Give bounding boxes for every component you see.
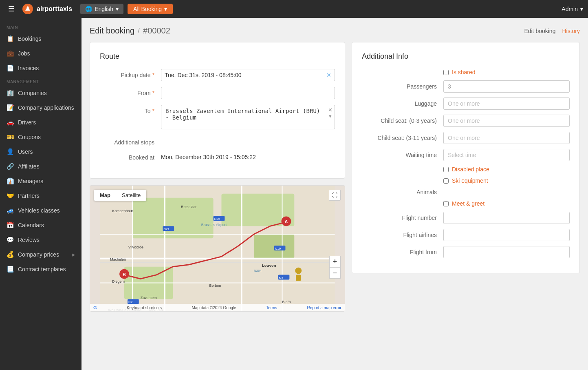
reviews-icon: 💬: [7, 236, 14, 244]
from-label: From *: [100, 87, 161, 96]
breadcrumb-actions: Edit booking History: [524, 28, 580, 34]
svg-text:Bertem: Bertem: [209, 284, 221, 288]
svg-text:Bierb...: Bierb...: [282, 300, 293, 304]
flight-from-label: Flight from: [362, 249, 443, 255]
luggage-row: Luggage: [362, 97, 570, 110]
sidebar-item-calendars[interactable]: 📅 Calendars: [0, 218, 81, 233]
svg-text:Brussels Airport: Brussels Airport: [201, 223, 227, 227]
language-button[interactable]: 🌐 English ▾: [80, 4, 123, 14]
sidebar-item-coupons[interactable]: 🎫 Coupons: [0, 130, 81, 144]
svg-text:N264: N264: [254, 269, 262, 273]
sidebar-item-contract-templates[interactable]: 📃 Contract templates: [0, 262, 81, 277]
waiting-time-value: [443, 149, 570, 161]
sidebar-item-drivers[interactable]: 🚗 Drivers: [0, 115, 81, 130]
route-card: Route Pickup date * ✕ From: [90, 42, 345, 179]
booked-at-label: Booked at: [100, 151, 161, 161]
sidebar-item-company-applications[interactable]: 📝 Company applications: [0, 100, 81, 115]
svg-text:Kampenhout: Kampenhout: [112, 209, 133, 213]
map-zoom-in-button[interactable]: +: [329, 256, 341, 267]
flight-from-value: [443, 246, 570, 258]
logo-text: airporttaxis: [37, 5, 72, 13]
sidebar-bookings-label: Bookings: [18, 35, 42, 42]
sidebar-contract-templates-label: Contract templates: [18, 266, 66, 273]
disabled-place-checkbox[interactable]: [443, 167, 449, 172]
svg-text:Rotselaar: Rotselaar: [181, 205, 196, 209]
booking-label: All Booking: [133, 6, 162, 12]
hamburger-button[interactable]: ☰: [5, 3, 18, 15]
child-seat-3-11-input[interactable]: [443, 132, 570, 144]
sidebar-item-users[interactable]: 👤 Users: [0, 144, 81, 159]
meet-greet-checkbox[interactable]: [443, 201, 449, 206]
sidebar-item-managers[interactable]: 👔 Managers: [0, 174, 81, 188]
map-container: Map Satellite ⛶ + −: [90, 185, 345, 312]
is-shared-checkbox[interactable]: [443, 70, 449, 75]
contract-templates-icon: 📃: [7, 266, 14, 273]
sidebar-item-vehicle-classes[interactable]: 🚙 Vehicles classes: [0, 203, 81, 218]
language-label: English: [95, 6, 113, 12]
to-chevron-icon[interactable]: ▾: [328, 113, 333, 119]
svg-text:N3: N3: [279, 276, 284, 280]
ski-equipment-label[interactable]: Ski equipment: [452, 177, 488, 184]
map-footer-terms[interactable]: Terms: [266, 306, 277, 310]
booked-at-value: Mon, December 30th 2019 - 15:05:22: [161, 151, 335, 163]
sidebar-item-bookings[interactable]: 📋 Bookings: [0, 31, 81, 46]
edit-booking-link[interactable]: Edit booking: [524, 28, 555, 34]
sidebar-item-partners[interactable]: 🤝 Partners: [0, 188, 81, 203]
flight-number-input[interactable]: [443, 212, 570, 224]
flight-from-input[interactable]: [443, 246, 570, 258]
map-footer-shortcuts[interactable]: Keyboard shortcuts: [127, 306, 162, 310]
svg-text:Zaventem: Zaventem: [141, 296, 157, 300]
logo: airporttaxis: [22, 3, 72, 15]
map-fullscreen-button[interactable]: ⛶: [329, 190, 341, 201]
to-label: To *: [100, 105, 161, 114]
sidebar-item-reviews[interactable]: 💬 Reviews: [0, 233, 81, 247]
sidebar-reviews-label: Reviews: [18, 237, 40, 243]
passengers-input[interactable]: [443, 80, 570, 93]
ski-equipment-checkbox[interactable]: [443, 178, 449, 184]
svg-text:B: B: [123, 272, 126, 277]
sidebar-item-jobs[interactable]: 💼 Jobs: [0, 46, 81, 61]
sidebar-section-main: MAIN: [0, 21, 81, 31]
sidebar-item-companies[interactable]: 🏢 Companies: [0, 86, 81, 100]
route-title: Route: [100, 52, 335, 61]
meet-greet-label[interactable]: Meet & greet: [452, 200, 484, 207]
sidebar-vehicle-classes-label: Vehicles classes: [18, 207, 60, 214]
disabled-place-label[interactable]: Disabled place: [452, 166, 489, 173]
right-column: Additional Info Is shared Passengers: [352, 42, 580, 312]
map-tab-satellite[interactable]: Satellite: [116, 190, 146, 201]
to-clear-icon[interactable]: ✕: [328, 107, 333, 113]
sidebar-managers-label: Managers: [18, 178, 43, 184]
sidebar-item-invoices[interactable]: 📄 Invoices: [0, 61, 81, 75]
sidebar-item-affiliates[interactable]: 🔗 Affiliates: [0, 159, 81, 174]
users-icon: 👤: [7, 148, 14, 155]
flight-airlines-input[interactable]: [443, 229, 570, 241]
pickup-date-input[interactable]: [165, 69, 326, 81]
sidebar-item-company-prices[interactable]: 💰 Company prices ▶: [0, 247, 81, 262]
map-zoom-out-button[interactable]: −: [329, 267, 341, 279]
is-shared-row: Is shared: [362, 69, 570, 75]
waiting-time-input[interactable]: [443, 149, 570, 161]
all-booking-button[interactable]: All Booking ▾: [128, 4, 173, 14]
waiting-time-row: Waiting time: [362, 149, 570, 161]
company-apps-icon: 📝: [7, 104, 14, 111]
child-seat-0-3-input[interactable]: [443, 115, 570, 127]
left-column: Route Pickup date * ✕ From: [90, 42, 345, 312]
calendars-icon: 📅: [7, 222, 14, 229]
map-footer-report[interactable]: Report a map error: [307, 306, 341, 310]
svg-text:A: A: [284, 219, 288, 224]
admin-menu[interactable]: Admin ▾: [562, 6, 583, 12]
luggage-input[interactable]: [443, 97, 570, 110]
svg-text:Machelen: Machelen: [110, 257, 126, 261]
child-seat-0-3-label: Child seat: (0-3 years): [362, 117, 443, 124]
pickup-date-input-wrapper[interactable]: ✕: [161, 69, 335, 81]
is-shared-label[interactable]: Is shared: [452, 69, 476, 75]
map-tab-map[interactable]: Map: [94, 190, 116, 201]
companies-icon: 🏢: [7, 89, 14, 97]
flight-from-row: Flight from: [362, 246, 570, 258]
lang-chevron-icon: ▾: [116, 6, 119, 12]
to-input[interactable]: Brussels Zaventem International Airport …: [161, 105, 335, 129]
pickup-date-clear-icon[interactable]: ✕: [326, 72, 331, 78]
history-link[interactable]: History: [562, 28, 580, 34]
breadcrumb: Edit booking / #00002 Edit booking Histo…: [90, 26, 580, 35]
from-input[interactable]: [161, 87, 335, 99]
